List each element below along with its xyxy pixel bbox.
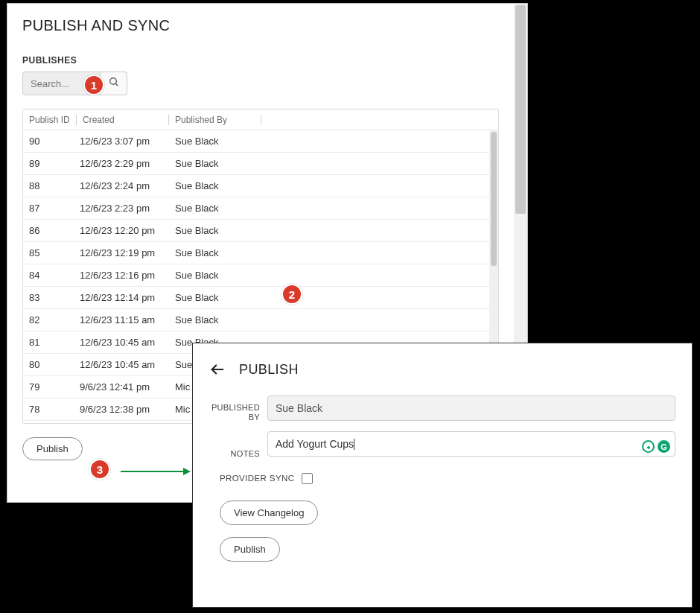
cell-published-by: Sue Black: [169, 180, 489, 191]
cell-created: 12/6/23 10:45 am: [77, 337, 169, 348]
table-row[interactable]: 8712/6/23 2:23 pmSue Black: [23, 197, 489, 220]
cell-publish-id: 79: [23, 381, 77, 393]
table-row[interactable]: 8212/6/23 11:15 amSue Black: [23, 309, 489, 331]
cell-publish-id: 89: [23, 158, 77, 169]
cell-created: 12/6/23 3:07 pm: [77, 136, 169, 147]
search-button[interactable]: [101, 72, 127, 95]
notes-row: NOTES Add Yogurt Cups ⬥ G: [209, 431, 675, 459]
cell-published-by: Sue Black: [169, 158, 489, 169]
col-publish-id[interactable]: Publish ID: [23, 115, 77, 125]
svg-point-0: [109, 78, 116, 85]
cell-published-by: Sue Black: [169, 247, 489, 258]
cell-publish-id: 90: [23, 136, 77, 147]
arrow-left-icon: [209, 361, 226, 378]
cell-publish-id: 85: [23, 247, 77, 258]
cell-published-by: Sue Black: [169, 292, 489, 303]
col-published-by[interactable]: Published By: [169, 115, 261, 125]
view-changelog-button[interactable]: View Changelog: [220, 501, 318, 525]
publish-button[interactable]: Publish: [22, 437, 83, 460]
published-by-label: PUBLISHED BY: [209, 396, 267, 422]
publishes-section-label: PUBLISHES: [22, 55, 499, 66]
cell-created: 12/6/23 2:23 pm: [77, 203, 169, 214]
cell-created: 12/6/23 12:14 pm: [77, 292, 169, 303]
callout-badge-2: 2: [281, 284, 302, 305]
cell-created: 12/6/23 10:45 am: [77, 359, 169, 370]
table-header: Publish ID Created Published By: [23, 109, 498, 130]
cell-created: 12/6/23 11:15 am: [77, 314, 169, 325]
modal-header: PUBLISH: [209, 361, 675, 378]
cell-published-by: Sue Black: [169, 136, 489, 147]
notes-label: NOTES: [209, 431, 267, 459]
table-scrollbar-thumb[interactable]: [491, 132, 497, 266]
notes-field[interactable]: Add Yogurt Cups ⬥ G: [267, 431, 675, 457]
provider-sync-row: PROVIDER SYNC: [220, 473, 675, 484]
table-row[interactable]: 8812/6/23 2:24 pmSue Black: [23, 175, 489, 197]
col-created[interactable]: Created: [77, 115, 169, 125]
grammarly-widget[interactable]: ⬥ G: [642, 440, 670, 453]
published-by-value: Sue Black: [276, 402, 322, 414]
cell-created: 12/6/23 12:19 pm: [77, 247, 169, 258]
callout-badge-3: 3: [89, 459, 110, 480]
modal-title: PUBLISH: [239, 362, 299, 378]
grammarly-g-icon[interactable]: G: [658, 440, 670, 453]
table-row[interactable]: 8612/6/23 12:20 pmSue Black: [23, 220, 489, 242]
cell-published-by: Sue Black: [169, 203, 489, 214]
cell-created: 9/6/23 12:41 pm: [77, 381, 169, 393]
cell-created: 9/6/23 12:38 pm: [77, 404, 169, 415]
page-title: PUBLISH AND SYNC: [22, 17, 499, 34]
table-row[interactable]: 8312/6/23 12:14 pmSue Black: [23, 287, 489, 309]
cell-publish-id: 82: [23, 314, 77, 325]
callout-badge-1: 1: [83, 74, 104, 95]
cell-publish-id: 81: [23, 337, 77, 348]
cell-publish-id: 83: [23, 292, 77, 303]
published-by-row: PUBLISHED BY Sue Black: [209, 396, 675, 422]
table-row[interactable]: 8912/6/23 2:29 pmSue Black: [23, 153, 489, 175]
text-cursor: [354, 439, 354, 450]
cell-publish-id: 84: [23, 270, 77, 281]
notes-value: Add Yogurt Cups: [276, 438, 354, 450]
cell-published-by: Sue Black: [169, 225, 489, 236]
cell-created: 12/6/23 12:16 pm: [77, 270, 169, 281]
cell-publish-id: 80: [23, 359, 77, 370]
cell-publish-id: 87: [23, 203, 77, 214]
cell-publish-id: 78: [23, 404, 77, 415]
published-by-field[interactable]: Sue Black: [267, 396, 675, 421]
cell-published-by: Sue Black: [169, 314, 489, 325]
modal-publish-button[interactable]: Publish: [220, 537, 280, 562]
svg-line-1: [115, 83, 118, 86]
cell-created: 12/6/23 2:24 pm: [77, 180, 169, 191]
table-row[interactable]: 8412/6/23 12:16 pmSue Black: [23, 264, 489, 287]
grammarly-bulb-icon[interactable]: ⬥: [642, 440, 655, 453]
publish-modal: PUBLISH PUBLISHED BY Sue Black NOTES Add…: [192, 343, 693, 608]
back-button[interactable]: [209, 361, 226, 378]
cell-published-by: Sue Black: [169, 270, 489, 281]
cell-publish-id: 88: [23, 180, 77, 191]
table-row[interactable]: 9012/6/23 3:07 pmSue Black: [23, 130, 489, 153]
cell-publish-id: 86: [23, 225, 77, 236]
cell-created: 12/6/23 2:29 pm: [77, 158, 169, 169]
table-row[interactable]: 8512/6/23 12:19 pmSue Black: [23, 242, 489, 264]
provider-sync-label: PROVIDER SYNC: [220, 474, 294, 483]
search-icon: [108, 76, 120, 91]
cell-created: 12/6/23 12:20 pm: [77, 225, 169, 236]
provider-sync-checkbox[interactable]: [302, 473, 313, 484]
panel-scrollbar-thumb[interactable]: [515, 5, 526, 214]
